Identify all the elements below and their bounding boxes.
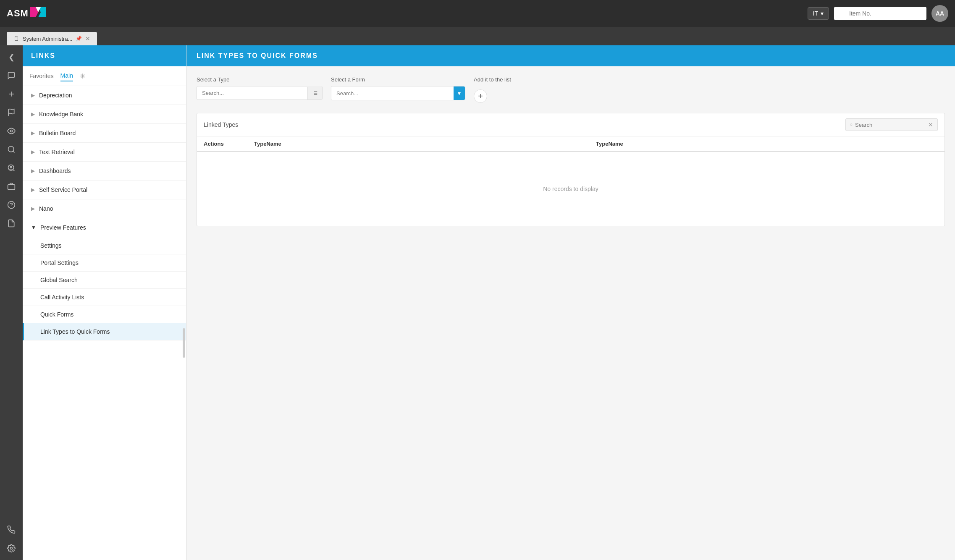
table-col-headers: Actions TypeName TypeName — [197, 136, 945, 152]
nav-sub-item-portal-settings[interactable]: Portal Settings — [23, 254, 186, 272]
avatar[interactable]: AA — [931, 5, 948, 22]
chevron-left-icon[interactable]: ❮ — [3, 49, 20, 65]
select-form-dropdown-btn[interactable]: ▾ — [454, 86, 465, 100]
nav-item-knowledge-bank[interactable]: ▶ Knowledge Bank — [23, 105, 186, 124]
tabbar: 🗒 System Administra... 📌 ✕ — [0, 27, 955, 45]
select-type-label: Select a Type — [197, 76, 323, 83]
nav-sub-item-global-search[interactable]: Global Search — [23, 272, 186, 289]
nav-tabs: Favorites Main ✳ — [23, 66, 186, 86]
select-form-input[interactable] — [331, 87, 454, 100]
select-type-input[interactable] — [197, 86, 307, 99]
nav-sub-item-quick-forms[interactable]: Quick Forms — [23, 306, 186, 323]
logo-text: ASM — [7, 8, 29, 19]
nav-item-nano[interactable]: ▶ Nano — [23, 199, 186, 218]
svg-point-7 — [8, 147, 14, 152]
nav-sub-item-call-activity-lists[interactable]: Call Activity Lists — [23, 289, 186, 306]
table-search-icon — [850, 122, 853, 128]
global-search-wrapper: 🔍 — [834, 7, 926, 20]
form-row: Select a Type Select a Form — [197, 76, 945, 103]
tab-icon: 🗒 — [13, 35, 19, 42]
eye-icon[interactable] — [3, 123, 20, 139]
table-search-input[interactable] — [855, 122, 926, 128]
pin-icon[interactable]: 📌 — [76, 36, 82, 42]
select-form-input-wrapper: ▾ — [331, 86, 465, 100]
it-dropdown[interactable]: IT ▾ — [808, 7, 829, 20]
nav-item-self-service-portal[interactable]: ▶ Self Service Portal — [23, 181, 186, 199]
svg-point-15 — [10, 547, 13, 550]
right-panel-header: LINK TYPES TO QUICK FORMS — [186, 45, 955, 66]
arrow-right-icon: ▶ — [31, 111, 35, 117]
tab-favorites[interactable]: Favorites — [29, 71, 54, 81]
arrow-right-icon: ▶ — [31, 130, 35, 136]
tab-system-admin[interactable]: 🗒 System Administra... 📌 ✕ — [7, 32, 97, 45]
svg-point-6 — [10, 130, 13, 132]
plus-icon[interactable] — [3, 86, 20, 102]
table-section: Linked Types ✕ Actions TypeName TypeName… — [197, 113, 945, 226]
topbar: ASM IT ▾ 🔍 AA — [0, 0, 955, 27]
person-search-icon[interactable] — [3, 160, 20, 176]
arrow-right-icon: ▶ — [31, 168, 35, 174]
svg-line-10 — [13, 170, 15, 171]
left-nav: LINKS Favorites Main ✳ ▶ Depreciation ▶ … — [23, 45, 186, 560]
settings-icon[interactable] — [3, 540, 20, 557]
phone-icon[interactable] — [3, 521, 20, 538]
arrow-right-icon: ▶ — [31, 149, 35, 155]
logo: ASM — [7, 7, 46, 20]
table-search-wrapper: ✕ — [845, 118, 938, 131]
select-form-group: Select a Form ▾ — [331, 76, 465, 100]
scrollbar[interactable] — [183, 328, 185, 358]
arrow-right-icon: ▶ — [31, 187, 35, 193]
help-icon[interactable] — [3, 196, 20, 213]
arrow-down-icon: ▼ — [31, 225, 36, 230]
col-header-typename-2: TypeName — [596, 141, 938, 147]
flag-icon[interactable] — [3, 104, 20, 121]
svg-line-23 — [852, 125, 852, 126]
svg-line-8 — [13, 151, 15, 153]
empty-state: No records to display — [197, 152, 945, 226]
right-panel-content: Select a Type Select a Form — [186, 66, 955, 560]
close-icon[interactable]: ✕ — [85, 35, 90, 42]
search-clear-icon[interactable]: ✕ — [928, 121, 933, 128]
right-panel: LINK TYPES TO QUICK FORMS Select a Type — [186, 45, 955, 560]
arrow-right-icon: ▶ — [31, 92, 35, 98]
content-area: LINKS Favorites Main ✳ ▶ Depreciation ▶ … — [23, 45, 955, 560]
linked-types-label: Linked Types — [204, 121, 238, 128]
global-search-input[interactable] — [834, 7, 926, 20]
svg-point-22 — [850, 124, 852, 126]
add-to-list-group: Add it to the list + — [474, 76, 511, 103]
chevron-down-icon: ▾ — [821, 10, 824, 17]
svg-rect-12 — [8, 185, 15, 190]
nav-item-text-retrieval[interactable]: ▶ Text Retrieval — [23, 143, 186, 162]
svg-point-11 — [10, 166, 12, 167]
grid-icon[interactable]: ✳ — [80, 72, 85, 80]
arrow-right-icon: ▶ — [31, 206, 35, 212]
nav-item-preview-features[interactable]: ▼ Preview Features — [23, 218, 186, 237]
briefcase-icon[interactable] — [3, 178, 20, 195]
select-form-label: Select a Form — [331, 76, 465, 83]
select-type-group: Select a Type — [197, 76, 323, 100]
chat-icon[interactable] — [3, 67, 20, 84]
logo-icon — [30, 7, 46, 20]
main-layout: ❮ — [0, 45, 955, 560]
col-header-actions: Actions — [204, 141, 254, 147]
nav-item-bulletin-board[interactable]: ▶ Bulletin Board — [23, 124, 186, 143]
tab-title: System Administra... — [23, 36, 72, 42]
col-header-typename-1: TypeName — [254, 141, 596, 147]
left-nav-header: LINKS — [23, 45, 186, 66]
icon-sidebar: ❮ — [0, 45, 23, 560]
search-icon[interactable] — [3, 141, 20, 158]
add-button[interactable]: + — [474, 89, 487, 103]
nav-list: ▶ Depreciation ▶ Knowledge Bank ▶ Bullet… — [23, 86, 186, 560]
nav-item-depreciation[interactable]: ▶ Depreciation — [23, 86, 186, 105]
select-type-menu-btn[interactable] — [307, 87, 322, 99]
tab-main[interactable]: Main — [60, 71, 73, 81]
table-header-bar: Linked Types ✕ — [197, 113, 945, 136]
nav-sub-item-link-types-to-quick-forms[interactable]: Link Types to Quick Forms — [23, 323, 186, 340]
document-icon[interactable] — [3, 215, 20, 232]
nav-item-dashboards[interactable]: ▶ Dashboards — [23, 162, 186, 181]
add-to-list-label: Add it to the list — [474, 76, 511, 83]
nav-sub-item-settings[interactable]: Settings — [23, 237, 186, 254]
select-type-input-wrapper — [197, 86, 323, 100]
